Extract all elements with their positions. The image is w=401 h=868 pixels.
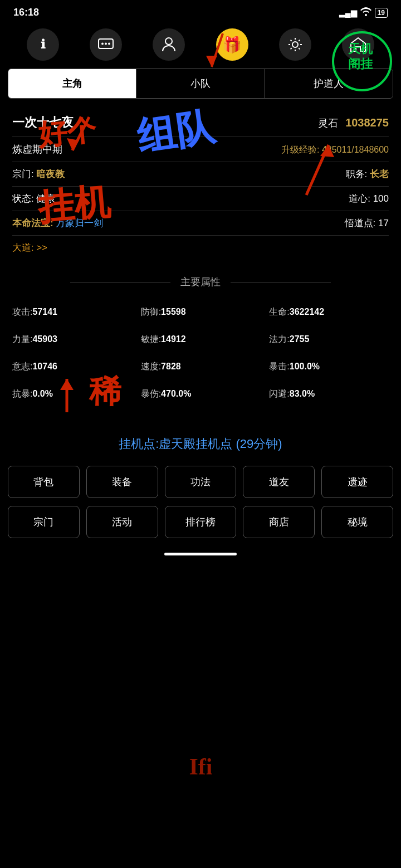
btn-shop[interactable]: 商店: [243, 506, 315, 538]
btn-equipment[interactable]: 装备: [86, 466, 158, 498]
bottom-buttons-row2: 宗门 活动 排行榜 商店 秘境: [0, 506, 401, 546]
btn-ranking[interactable]: 排行榜: [165, 506, 237, 538]
settings-button[interactable]: [279, 28, 311, 61]
character-name: 一次十七夜: [12, 114, 74, 131]
stat-mana: 法力:2755: [265, 326, 393, 353]
stat-speed: 速度:7828: [136, 353, 265, 381]
idle-section: 挂机点:虚天殿挂机点 (29分钟): [0, 408, 401, 466]
treasure-label: 本命法宝: 万象归一剑: [12, 217, 103, 230]
tab-main[interactable]: 主角: [8, 69, 136, 98]
title-line-right: [231, 282, 331, 282]
tab-bar: 主角 小队 护道人: [8, 69, 393, 99]
tab-team[interactable]: 小队: [136, 69, 265, 98]
info-button[interactable]: ℹ: [27, 28, 59, 61]
spirit-value: 1038275: [345, 116, 389, 129]
dadao-value: >>: [36, 242, 47, 253]
bottom-buttons-row1: 背包 装备 功法 道友 遗迹: [0, 466, 401, 506]
stats-title: 主要属性: [180, 275, 221, 289]
status-label: 状态: 健康: [12, 192, 55, 205]
btn-skills[interactable]: 功法: [165, 466, 237, 498]
person-button[interactable]: [153, 28, 185, 61]
treasure-value: 万象归一剑: [56, 218, 103, 228]
status-icons: ▂▄▆ 19: [339, 7, 388, 18]
spirit-stone: 灵石 1038275: [318, 116, 389, 130]
stat-attack: 攻击:57141: [8, 299, 136, 326]
dao-heart: 道心: 100: [349, 192, 389, 205]
tab-guardian[interactable]: 护道人: [265, 69, 393, 98]
stats-section: 主要属性 攻击:57141 防御:15598 生命:3622142 力量:459…: [0, 260, 401, 408]
btn-backpack[interactable]: 背包: [8, 466, 80, 498]
status-time: 16:18: [13, 7, 39, 18]
idle-text: 挂机点:虚天殿挂机点 (29分钟): [119, 437, 282, 451]
btn-activity[interactable]: 活动: [86, 506, 158, 538]
sect-label: 宗门: 暗夜教: [12, 168, 65, 181]
btn-friends[interactable]: 道友: [243, 466, 315, 498]
wudao: 悟道点: 17: [345, 217, 389, 230]
signal-icon: ▂▄▆: [339, 8, 357, 17]
stat-crit-dmg: 暴伤:470.0%: [136, 381, 265, 408]
stat-crit: 暴击:100.0%: [265, 353, 393, 381]
svg-point-3: [108, 43, 110, 45]
sect-value: 暗夜教: [36, 169, 65, 179]
svg-point-1: [101, 43, 104, 45]
message-button[interactable]: [90, 28, 122, 61]
home-indicator: [164, 553, 237, 555]
status-row: 状态: 健康 道心: 100: [12, 187, 389, 211]
stat-hp: 生命:3622142: [265, 299, 393, 326]
stat-defense: 防御:15598: [136, 299, 265, 326]
character-section: 一次十七夜 灵石 1038275 炼虚期中期 升级经验: 485011/1848…: [0, 99, 401, 260]
top-nav: ℹ 🎁: [0, 23, 401, 69]
realm-row: 炼虚期中期 升级经验: 485011/1848600: [12, 137, 389, 162]
btn-dungeon[interactable]: 秘境: [321, 506, 393, 538]
gift-button[interactable]: 🎁: [216, 28, 248, 61]
btn-relics[interactable]: 遗迹: [321, 466, 393, 498]
stat-strength: 力量:45903: [8, 326, 136, 353]
battery-icon: 19: [375, 8, 388, 18]
wifi-icon: [360, 7, 371, 18]
stats-grid: 攻击:57141 防御:15598 生命:3622142 力量:45903 敏捷…: [0, 299, 401, 408]
svg-point-4: [165, 38, 172, 45]
dadao-label: 大道: >>: [12, 241, 47, 254]
title-line-left: [70, 282, 170, 282]
svg-point-5: [292, 42, 298, 47]
position-label: 职务: 长老: [346, 168, 389, 181]
dadao-row: 大道: >>: [12, 236, 389, 260]
btn-sect[interactable]: 宗门: [8, 506, 80, 538]
realm-label: 炼虚期中期: [12, 143, 62, 156]
svg-point-2: [105, 43, 107, 45]
stat-will: 意志:10746: [8, 353, 136, 381]
stats-title-row: 主要属性: [0, 260, 401, 299]
status-bar: 16:18 ▂▄▆ 19: [0, 0, 401, 23]
treasure-row: 本命法宝: 万象归一剑 悟道点: 17: [12, 211, 389, 236]
exp-text: 升级经验: 485011/1848600: [281, 144, 389, 156]
position-value: 长老: [370, 169, 389, 179]
sect-row: 宗门: 暗夜教 职务: 长老: [12, 162, 389, 187]
home-button[interactable]: [342, 28, 374, 61]
stat-anti-crit: 抗暴:0.0%: [8, 381, 136, 408]
stat-agility: 敏捷:14912: [136, 326, 265, 353]
name-row: 一次十七夜 灵石 1038275: [12, 109, 389, 137]
stat-dodge: 闪避:83.0%: [265, 381, 393, 408]
ifi-text: Ifi: [164, 750, 237, 783]
